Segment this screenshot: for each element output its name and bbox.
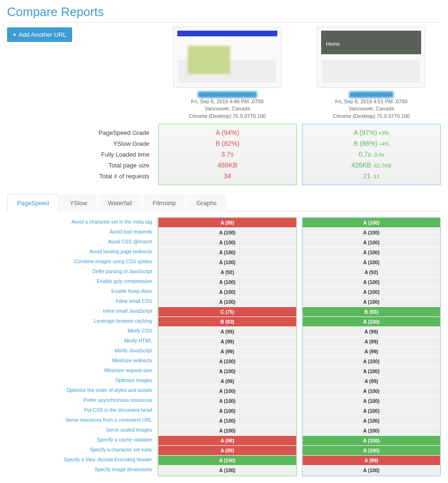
rule-link[interactable]: Leverage browser caching xyxy=(94,318,152,324)
summary-box-2: A (97%)+3% B (86%)+4% 0.7s-3.0s 426KB-62… xyxy=(302,124,441,185)
rule-link[interactable]: Minimize redirects xyxy=(112,358,152,363)
rule-label: Specify a cache validator xyxy=(7,435,158,445)
report-2-url-link[interactable]: ████████████ xyxy=(349,92,394,97)
summary-box-1: A (94%) B (82%) 3.7s 489KB 34 xyxy=(158,124,297,185)
rule-cell-right: A (100) xyxy=(303,287,440,297)
top-section: + Add Another URL ████████████████ Fri, … xyxy=(7,26,441,120)
report-1-url-link[interactable]: ████████████████ xyxy=(198,92,257,97)
rule-link[interactable]: Combine images using CSS sprites xyxy=(74,258,152,264)
rule-cell-left: A (99) xyxy=(158,446,296,456)
rule-label: Serve scaled images xyxy=(7,425,158,435)
tab-yslow[interactable]: YSlow xyxy=(60,194,97,211)
rule-cell-left: A (100) xyxy=(158,396,296,406)
rule-link[interactable]: Minify JavaScript xyxy=(115,348,152,353)
sum2-size: 426KB-62.7KB xyxy=(303,160,440,171)
rule-label: Avoid CSS @import xyxy=(7,237,158,247)
rule-link[interactable]: Put CSS in the document head xyxy=(84,407,152,413)
rule-link[interactable]: Serve resources from a consistent URL xyxy=(66,417,152,423)
rule-link[interactable]: Prefer asynchronous resources xyxy=(83,397,152,403)
rule-cell-right: A (100) xyxy=(303,446,440,456)
rule-col-2: A (100)A (100)A (100)A (100)A (100)A (92… xyxy=(302,217,441,476)
rule-cell-left: A (100) xyxy=(158,416,296,426)
rule-link[interactable]: Avoid landing page redirects xyxy=(90,249,152,254)
rule-cell-right: A (100) xyxy=(303,218,440,228)
sum1-yslow: B (82%) xyxy=(159,138,296,149)
rule-cell-left: A (100) xyxy=(158,258,296,267)
rule-label: Leverage browser caching xyxy=(7,316,158,326)
tab-graphs[interactable]: Graphs xyxy=(187,194,227,211)
add-url-button[interactable]: + Add Another URL xyxy=(7,27,72,42)
rule-link[interactable]: Inline small CSS xyxy=(116,298,152,304)
rule-link[interactable]: Inline small JavaScript xyxy=(103,308,152,314)
sum2-pagespeed: A (97%)+3% xyxy=(303,127,440,138)
rule-label: Defer parsing of JavaScript xyxy=(7,266,158,276)
rule-label: Combine images using CSS sprites xyxy=(7,257,158,266)
rule-cell-right: A (99) xyxy=(303,327,440,337)
rule-link[interactable]: Specify a cache validator xyxy=(97,437,152,442)
rule-cell-left: A (100) xyxy=(158,277,296,287)
rule-label: Minify HTML xyxy=(7,336,158,346)
rule-link[interactable]: Optimize the order of styles and scripts xyxy=(66,387,152,393)
rule-link[interactable]: Minify CSS xyxy=(127,328,152,333)
rule-col-1: A (99)A (100)A (100)A (100)A (100)A (92)… xyxy=(158,217,297,476)
rule-cell-right: A (99) xyxy=(303,376,440,386)
rule-link[interactable]: Defer parsing of JavaScript xyxy=(92,268,152,274)
rule-link[interactable]: Enable gzip compression xyxy=(97,278,152,284)
rule-link[interactable]: Minimize request size xyxy=(104,367,152,373)
report-1-browser: Chrome (Desktop) 75.0.3770.100 xyxy=(158,113,297,120)
rule-cell-right: A (100) xyxy=(303,248,440,258)
rule-cell-right: A (100) xyxy=(303,436,440,446)
rule-label: Specify a character set early xyxy=(7,445,158,455)
rule-cell-right: A (100) xyxy=(303,366,440,376)
label-size: Total page size xyxy=(7,160,149,171)
rule-link[interactable]: Specify image dimensions xyxy=(94,466,152,472)
rule-link[interactable]: Specify a Vary: Accept-Encoding header xyxy=(64,457,152,462)
sum2-requests: 21-13 xyxy=(303,171,440,182)
rule-link[interactable]: Minify HTML xyxy=(124,338,152,343)
rule-cell-right: A (100) xyxy=(303,228,440,238)
sum1-requests: 34 xyxy=(159,171,296,182)
rule-link[interactable]: Avoid CSS @import xyxy=(108,239,152,244)
rule-link[interactable]: Avoid a character set in the meta tag xyxy=(72,219,152,225)
tab-pagespeed[interactable]: PageSpeed xyxy=(7,194,59,211)
rule-link[interactable]: Specify a character set early xyxy=(90,447,152,452)
rule-label: Minify JavaScript xyxy=(7,346,158,356)
rule-link[interactable]: Avoid bad requests xyxy=(110,229,152,234)
rule-cell-right: B (83) xyxy=(303,307,440,317)
rule-link[interactable]: Enable Keep-Alive xyxy=(111,288,152,294)
rule-link[interactable]: Optimize images xyxy=(115,377,152,383)
rule-cell-right: A (100) xyxy=(303,406,440,416)
plus-icon: + xyxy=(13,31,17,38)
rule-labels: Avoid a character set in the meta tagAvo… xyxy=(7,217,158,476)
rule-label: Optimize images xyxy=(7,375,158,385)
report-col-1: ████████████████ Fri, Sep 6, 2019 4:46 P… xyxy=(158,26,297,120)
rule-link[interactable]: Serve scaled images xyxy=(106,427,152,433)
top-left-actions: + Add Another URL xyxy=(7,26,158,42)
tab-filmstrip[interactable]: Filmstrip xyxy=(143,194,186,211)
rule-cell-right: A (100) xyxy=(303,466,440,475)
rule-cell-left: A (100) xyxy=(158,238,296,248)
rule-label: Put CSS in the document head xyxy=(7,405,158,415)
detail-section: Avoid a character set in the meta tagAvo… xyxy=(7,217,441,476)
report-2-browser: Chrome (Desktop) 75.0.3770.100 xyxy=(302,113,441,120)
rule-label: Avoid landing page redirects xyxy=(7,247,158,257)
label-requests: Total # of requests xyxy=(7,171,149,182)
rule-label: Inline small CSS xyxy=(7,296,158,306)
rule-cell-left: A (99) xyxy=(158,327,296,337)
tab-waterfall[interactable]: Waterfall xyxy=(98,194,142,211)
rule-cell-left: A (99) xyxy=(158,218,296,228)
rule-cell-left: C (75) xyxy=(158,307,296,317)
rule-label: Minimize request size xyxy=(7,366,158,375)
rule-cell-right: A (100) xyxy=(303,357,440,366)
rule-cell-left: A (99) xyxy=(158,347,296,357)
rule-cell-left: A (100) xyxy=(158,248,296,258)
report-col-2: ████████████ Fri, Sep 6, 2019 4:51 PM -0… xyxy=(302,26,441,120)
report-2-thumbnail[interactable] xyxy=(317,26,425,88)
rule-cell-left: A (100) xyxy=(158,456,296,466)
report-1-thumbnail[interactable] xyxy=(173,26,282,88)
rule-label: Prefer asynchronous resources xyxy=(7,395,158,405)
rule-label: Avoid a character set in the meta tag xyxy=(7,217,158,227)
rule-label: Enable gzip compression xyxy=(7,276,158,286)
sum1-load: 3.7s xyxy=(159,149,296,160)
rule-label: Minimize redirects xyxy=(7,356,158,366)
